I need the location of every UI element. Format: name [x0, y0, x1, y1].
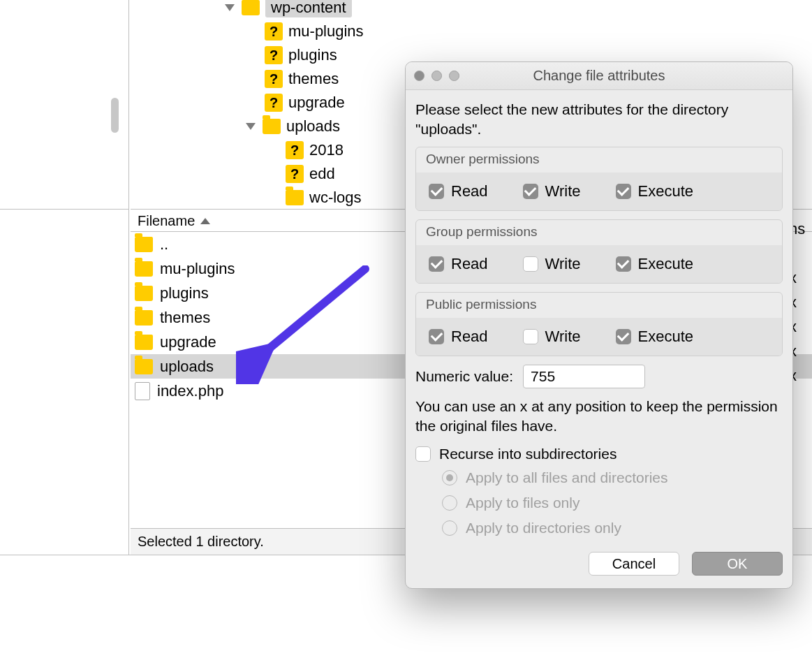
group-title: Owner permissions — [416, 147, 782, 173]
tree-item-label: upgrade — [288, 94, 345, 112]
owner-execute-checkbox[interactable]: Execute — [616, 182, 694, 200]
group-read-checkbox[interactable]: Read — [429, 255, 488, 273]
sort-ascending-icon — [200, 218, 210, 224]
file-name: index.php — [157, 382, 223, 400]
radio-apply-all[interactable]: Apply to all files and directories — [442, 469, 783, 486]
radio-icon — [442, 520, 457, 536]
folder-icon — [263, 119, 281, 134]
checkbox-checked-icon — [616, 184, 631, 199]
public-write-checkbox[interactable]: Write — [523, 328, 581, 346]
checkbox-unchecked-icon — [523, 329, 538, 344]
owner-write-checkbox[interactable]: Write — [523, 182, 581, 200]
file-name: themes — [160, 309, 210, 327]
checkbox-checked-icon — [429, 329, 444, 344]
folder-icon — [135, 286, 153, 301]
file-icon — [135, 382, 150, 400]
group-title: Public permissions — [416, 293, 782, 318]
tree-item-label: uploads — [286, 117, 340, 136]
tree-item-label: themes — [288, 70, 339, 88]
folder-icon — [135, 335, 153, 350]
group-write-checkbox[interactable]: Write — [523, 255, 581, 273]
tree-item-2018[interactable]: ? 2018 — [286, 138, 344, 162]
folder-icon — [135, 261, 153, 277]
checkbox-unchecked-icon — [523, 256, 538, 272]
owner-permissions-group: Owner permissions Read Write Execute — [415, 147, 783, 211]
folder-unknown-icon: ? — [265, 70, 283, 88]
folder-icon — [242, 0, 260, 15]
folder-icon — [286, 190, 304, 205]
tree-item-label: edd — [309, 165, 335, 183]
tree-item-wc-logs[interactable]: wc-logs — [286, 186, 362, 210]
checkbox-checked-icon — [429, 184, 444, 199]
folder-unknown-icon: ? — [265, 46, 283, 64]
tree-item-label: 2018 — [309, 141, 344, 159]
window-close-button[interactable] — [414, 71, 425, 81]
window-minimize-button[interactable] — [431, 71, 442, 81]
numeric-value-label: Numeric value: — [415, 368, 513, 385]
recurse-checkbox[interactable]: Recurse into subdirectories — [415, 446, 783, 462]
dialog-instruction: Please select the new attributes for the… — [415, 100, 783, 140]
chevron-down-icon[interactable] — [246, 123, 256, 130]
tree-item-label: plugins — [288, 46, 337, 64]
group-execute-checkbox[interactable]: Execute — [616, 255, 694, 273]
public-read-checkbox[interactable]: Read — [429, 328, 488, 346]
folder-icon — [135, 310, 153, 326]
dialog-title: Change file attributes — [406, 68, 792, 84]
scrollbar-thumb[interactable] — [111, 98, 119, 133]
public-execute-checkbox[interactable]: Execute — [616, 328, 694, 346]
tree-item-plugins[interactable]: ? plugins — [265, 43, 337, 67]
tree-item-edd[interactable]: ? edd — [286, 162, 335, 186]
radio-icon — [442, 495, 457, 511]
file-name: .. — [160, 235, 168, 254]
radio-apply-files[interactable]: Apply to files only — [442, 495, 783, 511]
radio-apply-dirs[interactable]: Apply to directories only — [442, 520, 783, 536]
change-file-attributes-dialog: Change file attributes Please select the… — [405, 61, 793, 589]
left-gutter-bottom — [0, 210, 128, 555]
folder-unknown-icon: ? — [286, 141, 304, 159]
window-zoom-button[interactable] — [449, 71, 459, 81]
numeric-value-input[interactable] — [523, 365, 645, 388]
chevron-down-icon[interactable] — [225, 4, 235, 11]
numeric-hint: You can use an x at any position to keep… — [415, 397, 783, 437]
status-text: Selected 1 directory. — [138, 534, 264, 550]
tree-item-label: wc-logs — [309, 189, 362, 207]
group-title: Group permissions — [416, 220, 782, 245]
checkbox-unchecked-icon — [415, 446, 431, 462]
group-permissions-group: Group permissions Read Write Execute — [415, 219, 783, 284]
folder-icon — [135, 237, 153, 252]
dialog-titlebar[interactable]: Change file attributes — [406, 62, 792, 90]
left-gutter-top — [0, 0, 128, 210]
tree-item-label: mu-plugins — [288, 22, 364, 41]
checkbox-checked-icon — [616, 256, 631, 272]
ok-button[interactable]: OK — [692, 552, 783, 576]
cancel-button[interactable]: Cancel — [589, 552, 679, 576]
tree-item-upgrade[interactable]: ? upgrade — [265, 91, 345, 115]
folder-unknown-icon: ? — [265, 22, 283, 41]
checkbox-checked-icon — [616, 329, 631, 344]
file-name: mu-plugins — [160, 260, 235, 278]
column-header-label: Filename — [138, 213, 195, 229]
tree-item-uploads[interactable]: uploads — [246, 115, 340, 138]
folder-unknown-icon: ? — [265, 94, 283, 112]
recurse-label: Recurse into subdirectories — [439, 446, 617, 462]
left-gutter — [0, 0, 129, 555]
radio-selected-icon — [442, 470, 457, 485]
file-name: upgrade — [160, 333, 216, 351]
file-name: plugins — [160, 284, 209, 302]
tree-item-mu-plugins[interactable]: ? mu-plugins — [265, 20, 364, 43]
tree-item-themes[interactable]: ? themes — [265, 67, 339, 91]
public-permissions-group: Public permissions Read Write Execute — [415, 292, 783, 356]
file-name: uploads — [160, 358, 214, 376]
folder-unknown-icon: ? — [286, 165, 304, 183]
folder-icon — [135, 359, 153, 374]
owner-read-checkbox[interactable]: Read — [429, 182, 488, 200]
checkbox-checked-icon — [523, 184, 538, 199]
recurse-radio-group: Apply to all files and directories Apply… — [442, 469, 783, 536]
tree-item-label: wp-content — [271, 0, 346, 16]
checkbox-checked-icon — [429, 256, 444, 272]
tree-item-wp-content[interactable]: wp-content — [225, 0, 352, 20]
